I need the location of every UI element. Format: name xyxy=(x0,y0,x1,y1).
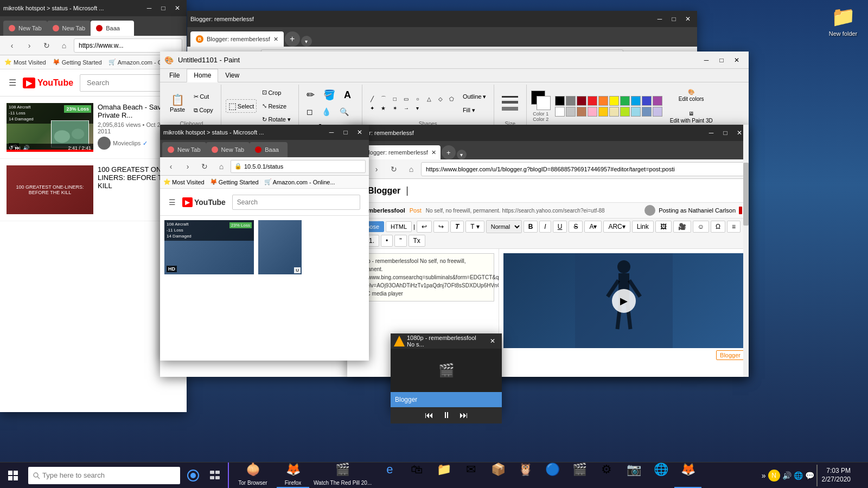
taskbar-app-tripadvisor[interactable]: 🦉 xyxy=(512,463,539,488)
vlc-play-pause-btn[interactable]: ⏸ xyxy=(442,410,451,420)
blogger-win-redo[interactable]: ↪ xyxy=(433,221,449,233)
network-tray-icon[interactable]: 🌐 xyxy=(794,471,803,480)
bg-browser-tab-1[interactable]: New Tab xyxy=(3,21,47,36)
blogger-win-fontcolor[interactable]: A▾ xyxy=(584,221,602,233)
volume-tray-icon[interactable]: 🔊 xyxy=(782,471,792,480)
taskbar-clock[interactable]: 7:03 PM 2/27/2020 xyxy=(822,467,851,484)
blogger-win-img[interactable]: 🖼 xyxy=(655,221,672,233)
shape-star4[interactable]: ✦ xyxy=(367,104,378,112)
blogger-win-fontsize[interactable]: T ▾ xyxy=(465,221,484,233)
taskbar-app-settings[interactable]: ⚙ xyxy=(593,463,620,488)
blogger-win-underline[interactable]: U xyxy=(553,221,567,233)
fg-minimize[interactable]: ─ xyxy=(326,126,337,138)
fg-close[interactable]: ✕ xyxy=(354,126,366,138)
shape-rect[interactable]: □ xyxy=(390,94,400,103)
blogger-win-special[interactable]: Ω xyxy=(711,221,725,233)
blogger-win-home[interactable]: ⌂ xyxy=(404,162,419,177)
fg-refresh[interactable]: ↻ xyxy=(197,159,212,174)
bg-browser-refresh[interactable]: ↻ xyxy=(39,38,54,53)
blogger-win-forward[interactable]: › xyxy=(369,162,384,177)
taskbar-app-edge[interactable]: e xyxy=(376,463,403,488)
new-tab-btn[interactable]: + xyxy=(285,31,300,47)
main-browser-minimize[interactable]: ─ xyxy=(654,13,666,25)
size-line-1[interactable] xyxy=(502,96,518,98)
taskbar-search-box[interactable] xyxy=(28,467,180,484)
blogger-win-minimize[interactable]: ─ xyxy=(705,127,717,139)
size-line-3[interactable] xyxy=(502,107,518,111)
color-brown[interactable] xyxy=(577,107,586,117)
shape-curve[interactable]: ⌒ xyxy=(378,94,389,103)
blogger-win-quote[interactable]: " xyxy=(394,235,406,247)
taskbar-app-firefox[interactable]: 🦊 Firefox xyxy=(277,463,309,488)
fg-yt-search[interactable] xyxy=(232,195,360,210)
blogger-win-bullist[interactable]: • xyxy=(381,235,393,247)
blogger-win-format[interactable]: Normal xyxy=(486,220,522,233)
color-purple[interactable] xyxy=(653,96,662,106)
fg-bookmark-amazon[interactable]: 🛒 Amazon.com - Online... xyxy=(264,178,335,185)
blogger-win-highlight[interactable]: ARC▾ xyxy=(603,221,630,233)
blogger-win-emoji[interactable]: ☺ xyxy=(693,221,709,233)
taskbar-app-explorer[interactable]: 📁 xyxy=(430,463,457,488)
fg-back[interactable]: ‹ xyxy=(163,159,178,174)
edit-colors-btn[interactable]: 🎨 Edit colors xyxy=(667,87,716,104)
bg-browser-back[interactable]: ‹ xyxy=(4,38,20,53)
taskbar-app-vlc[interactable]: 🎬 xyxy=(566,463,593,488)
blogger-win-html[interactable]: HTML xyxy=(386,221,412,232)
color-red[interactable] xyxy=(588,96,597,106)
taskbar-app-camera[interactable]: 📷 xyxy=(620,463,647,488)
yt-video-oneliners[interactable]: 100 GREATEST ONE-LINERS: BEFORE THE KILL… xyxy=(0,159,187,221)
tray-overflow-icon[interactable]: » xyxy=(762,471,766,480)
main-browser-blogger-tab[interactable]: B Blogger: rememberlessf ✕ xyxy=(190,31,284,47)
taskbar-app-browser2[interactable]: 🌐 xyxy=(647,463,674,488)
color-gray[interactable] xyxy=(566,96,576,106)
fg-addressbar[interactable]: 🔒 10.5.0.1/status xyxy=(231,160,366,173)
shape-line[interactable]: ╱ xyxy=(367,94,378,103)
fill-btn[interactable]: 🪣 xyxy=(320,87,339,103)
bg-browser-home[interactable]: ⌂ xyxy=(56,38,72,53)
color-orange[interactable] xyxy=(598,96,608,106)
ribbon-tab-file[interactable]: File xyxy=(162,69,187,82)
blogger-win-tab-close[interactable]: ✕ xyxy=(431,149,436,156)
color-yellow[interactable] xyxy=(609,96,619,106)
outline-btn[interactable]: Outline ▾ xyxy=(459,91,489,102)
bg-browser-maximize[interactable]: □ xyxy=(157,2,169,14)
taskbar-cortana[interactable] xyxy=(182,465,204,486)
action-center-icon[interactable]: 💬 xyxy=(805,471,814,480)
fg-tab-1[interactable]: New Tab xyxy=(162,142,206,157)
tab-list-btn[interactable]: ▾ xyxy=(301,36,312,47)
size-line-2[interactable] xyxy=(502,101,518,104)
shape-star6[interactable]: ✶ xyxy=(390,104,400,112)
shape-more[interactable]: ▾ xyxy=(412,104,423,112)
copy-btn[interactable]: ⧉ Copy xyxy=(190,105,216,116)
color-lime[interactable] xyxy=(620,107,630,117)
fg-video-1[interactable]: HD 108 Aircraft-11 Loss14 Damaged 23% Lo… xyxy=(164,220,254,274)
color-white[interactable] xyxy=(555,107,565,117)
blogger-win-maximize[interactable]: □ xyxy=(719,127,731,139)
color-pink[interactable] xyxy=(588,107,597,117)
blogger-win-strikethrough[interactable]: S xyxy=(569,221,583,233)
cut-btn[interactable]: ✂ Cut xyxy=(190,91,216,102)
taskbar-desktop-end[interactable] xyxy=(853,465,864,486)
blogger-win-italic[interactable]: I xyxy=(539,221,551,233)
blogger-win-tab-list[interactable]: ▾ xyxy=(457,150,467,159)
yt-progress-bar[interactable] xyxy=(7,150,93,152)
eraser-btn[interactable]: ◻ xyxy=(303,105,316,118)
taskbar-app-amazon[interactable]: 📦 xyxy=(484,463,512,488)
color-gold[interactable] xyxy=(598,107,608,117)
bg-browser-tab-2[interactable]: New Tab xyxy=(47,21,91,36)
blogger-win-play-btn[interactable]: ▶ xyxy=(612,289,636,313)
color-lightblue[interactable] xyxy=(631,96,641,106)
fg-bookmark-most-visited[interactable]: ⭐ Most Visited xyxy=(163,178,205,185)
bookmark-most-visited[interactable]: ⭐ Most Visited xyxy=(4,59,46,66)
bg-browser-close[interactable]: ✕ xyxy=(171,2,183,14)
shape-pentagon[interactable]: ⬠ xyxy=(446,94,457,103)
main-browser-maximize[interactable]: □ xyxy=(668,13,680,25)
shape-star5[interactable]: ★ xyxy=(378,104,389,112)
blogger-win-font[interactable]: T xyxy=(450,221,464,233)
bg-browser-forward[interactable]: › xyxy=(22,38,37,53)
color-green[interactable] xyxy=(620,96,630,106)
resize-btn[interactable]: ⤡ Resize xyxy=(259,100,293,112)
paint3d-btn[interactable]: 🖥 Edit with Paint 3D xyxy=(667,108,716,126)
pencil-btn[interactable]: ✏ xyxy=(303,87,318,103)
text-btn[interactable]: A xyxy=(341,87,354,103)
